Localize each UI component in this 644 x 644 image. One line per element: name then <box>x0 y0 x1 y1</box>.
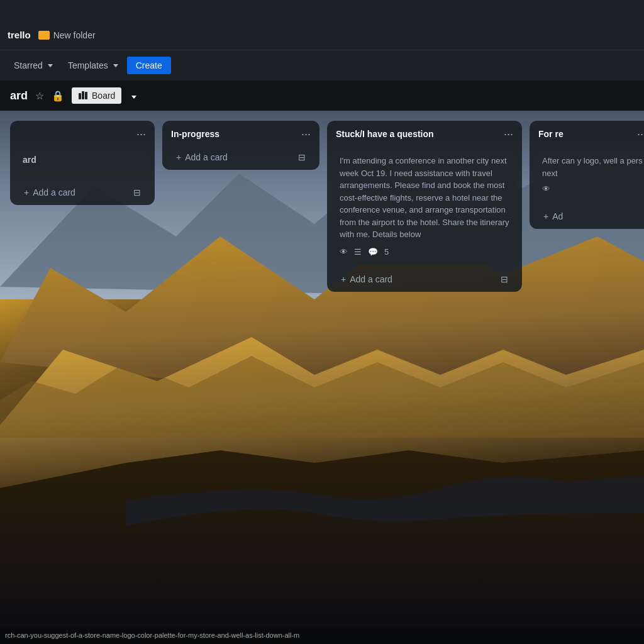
status-bar: rch-can-you-suggest-of-a-store-name-logo… <box>0 626 644 644</box>
card-1[interactable]: ard <box>15 147 150 177</box>
nav-bar-secondary: Starred Templates Create <box>0 50 644 80</box>
board-view-label: Board <box>92 91 115 101</box>
column-4-menu-icon[interactable]: ··· <box>637 128 644 140</box>
add-card-btn-col1[interactable]: + Add a card ⊟ <box>15 182 150 203</box>
add-card-btn-col4[interactable]: + Ad <box>535 206 644 226</box>
board-title: ard <box>10 89 28 103</box>
add-icon-col3: + <box>341 274 346 284</box>
nav-bar-top: trello New folder <box>0 20 644 50</box>
column-2-menu-icon[interactable]: ··· <box>301 128 311 140</box>
create-label: Create <box>136 60 162 70</box>
add-card-label-col2: Add a card <box>185 152 228 162</box>
starred-button[interactable]: Starred <box>8 57 59 74</box>
star-icon[interactable]: ☆ <box>35 90 44 102</box>
add-card-label-col4: Ad <box>552 211 563 221</box>
column-3-title: Stuck/I have a question <box>336 129 434 139</box>
folder-name: New folder <box>53 30 96 40</box>
card-1-title: ard <box>23 155 142 165</box>
folder-nav-item[interactable]: New folder <box>38 30 96 40</box>
svg-rect-0 <box>79 93 81 99</box>
comment-count-card3: 5 <box>384 247 389 257</box>
eye-icon-card3: 👁 <box>340 247 348 257</box>
folder-icon <box>38 31 50 40</box>
eye-icon-card4: 👁 <box>542 184 550 194</box>
card-4[interactable]: After can y logo, well a pers next 👁 <box>535 147 644 201</box>
column-3-menu-icon[interactable]: ··· <box>504 128 513 140</box>
card-3[interactable]: I'm attending a conference in another ci… <box>332 147 517 264</box>
status-text: rch-can-you-suggest-of-a-store-name-logo… <box>5 631 299 639</box>
board-header: ard ☆ 🔒 Board <box>0 80 644 111</box>
svg-rect-1 <box>82 91 84 99</box>
column-1-menu-icon[interactable]: ··· <box>136 128 146 140</box>
board-view-button[interactable]: Board <box>72 87 121 104</box>
board-view-chevron-icon[interactable] <box>129 91 136 101</box>
archive-icon-col2[interactable]: ⊟ <box>298 152 306 162</box>
column-3-header: Stuck/I have a question ··· <box>327 121 522 145</box>
system-bar <box>0 0 644 20</box>
card-4-footer: 👁 <box>542 184 643 194</box>
add-icon-col4: + <box>543 211 548 221</box>
archive-icon-col1[interactable]: ⊟ <box>133 187 141 197</box>
add-card-icon: + <box>24 187 29 197</box>
column-3: Stuck/I have a question ··· I'm attendin… <box>327 121 522 292</box>
column-2-title: In-progress <box>171 129 219 139</box>
column-4-header: For re ··· <box>530 121 644 145</box>
add-card-label-col1: Add a card <box>33 187 75 197</box>
add-card-label-col3: Add a card <box>350 274 392 284</box>
kanban-area: ··· ard + Add a card ⊟ In-progress ··· +… <box>0 111 644 626</box>
card-3-body: I'm attending a conference in another ci… <box>340 155 509 241</box>
create-button[interactable]: Create <box>127 57 171 74</box>
comment-icon-card3: 💬 <box>368 247 378 257</box>
add-icon-col2: + <box>176 152 181 162</box>
column-1: ··· ard + Add a card ⊟ <box>10 121 155 205</box>
column-2-header: In-progress ··· <box>162 121 319 145</box>
svg-rect-2 <box>85 92 87 99</box>
templates-chevron-icon <box>113 64 118 67</box>
archive-icon-col3[interactable]: ⊟ <box>501 274 508 284</box>
app-logo: trello <box>8 30 31 40</box>
card-4-body: After can y logo, well a pers next <box>542 155 643 179</box>
templates-button[interactable]: Templates <box>62 57 125 74</box>
add-card-btn-col2[interactable]: + Add a card ⊟ <box>167 147 314 167</box>
starred-label: Starred <box>14 60 43 70</box>
column-4: For re ··· After can y logo, well a pers… <box>530 121 644 229</box>
column-4-title: For re <box>538 129 564 139</box>
column-2: In-progress ··· + Add a card ⊟ <box>162 121 319 170</box>
add-card-btn-col3[interactable]: + Add a card ⊟ <box>332 269 517 289</box>
card-3-footer: 👁 ☰ 💬 5 <box>340 247 509 257</box>
board-icon <box>78 91 88 101</box>
column-1-header: ··· <box>10 121 155 145</box>
lock-icon: 🔒 <box>52 90 64 102</box>
starred-chevron-icon <box>48 64 53 67</box>
templates-label: Templates <box>68 60 108 70</box>
list-icon-card3: ☰ <box>354 247 362 257</box>
